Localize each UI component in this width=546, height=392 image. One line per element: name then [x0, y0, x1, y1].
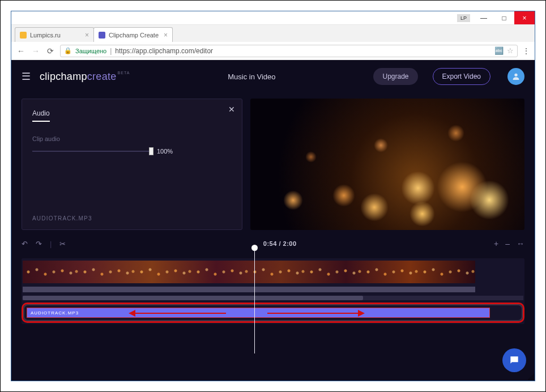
lock-icon: 🔒: [64, 47, 72, 54]
tab-label: Clipchamp Create: [109, 32, 159, 39]
svg-point-0: [514, 74, 517, 76]
menu-hamburger-icon[interactable]: ☰: [22, 70, 31, 83]
playhead-line: [254, 250, 255, 353]
resize-arrow-left-icon: [129, 310, 226, 317]
cut-button[interactable]: ✂: [59, 240, 66, 248]
zoom-out-button[interactable]: –: [505, 239, 510, 248]
window-maximize-button[interactable]: □: [494, 11, 514, 24]
volume-value: 100%: [157, 148, 173, 155]
tab-close-icon[interactable]: ×: [85, 31, 89, 39]
window-minimize-button[interactable]: —: [474, 11, 494, 24]
logo-word2: create: [87, 71, 117, 82]
tab-lumpics[interactable]: Lumpics.ru ×: [15, 27, 94, 42]
url-path: /editor: [194, 47, 213, 55]
zoom-fit-button[interactable]: ↔: [517, 239, 524, 248]
translate-icon[interactable]: 🔤: [494, 46, 504, 55]
timeline-toolbar: ↶ ↷ | ✂ 0:54 / 2:00 + – ↔: [11, 233, 535, 254]
video-preview[interactable]: [250, 99, 524, 230]
lp-badge: LP: [457, 14, 470, 22]
window-titlebar: LP — □ ×: [11, 11, 535, 25]
video-track-clip[interactable]: [23, 261, 475, 283]
undo-button[interactable]: ↶: [22, 240, 28, 248]
upgrade-button[interactable]: Upgrade: [373, 68, 417, 85]
nav-forward-button[interactable]: →: [31, 46, 41, 56]
app-header: ☰ clipchampcreateBETA Music in Video Upg…: [11, 60, 535, 93]
user-icon: [511, 72, 521, 81]
volume-slider[interactable]: [32, 151, 151, 152]
timeline-tracks[interactable]: AUDIOTRACK.MP3: [22, 258, 524, 324]
properties-panel: ✕ Audio Clip audio 100% AUDIOTRACK.MP3: [22, 99, 242, 230]
intercom-chat-button[interactable]: [502, 348, 526, 372]
resize-grip-icon: [527, 373, 534, 380]
bookmark-star-icon[interactable]: ☆: [507, 46, 514, 55]
add-track-button[interactable]: +: [494, 239, 498, 248]
panel-filename: AUDIOTRACK.MP3: [32, 215, 232, 221]
volume-slider-thumb[interactable]: [149, 147, 153, 155]
tab-clipchamp[interactable]: Clipchamp Create ×: [93, 27, 173, 42]
panel-tab-audio[interactable]: Audio: [32, 109, 50, 122]
resize-arrow-right-icon: [267, 310, 365, 317]
timeline-scrollbar[interactable]: [23, 296, 523, 300]
volume-slider-row: 100%: [32, 148, 232, 155]
favicon-icon: [99, 32, 105, 39]
audio-track-highlight: AUDIOTRACK.MP3: [22, 302, 524, 323]
export-video-button[interactable]: Export Video: [433, 68, 491, 85]
logo-beta: BETA: [118, 71, 130, 75]
chat-icon: [509, 355, 520, 366]
window-close-button[interactable]: ×: [514, 11, 535, 24]
favicon-icon: [20, 32, 27, 39]
user-avatar[interactable]: [507, 68, 524, 85]
address-bar-row: ← → ⟳ 🔒 Защищено | https://app.clipchamp…: [11, 42, 535, 60]
redo-button[interactable]: ↷: [36, 240, 42, 248]
url-host: app.clipchamp.com: [135, 47, 194, 55]
clip-audio-label: Clip audio: [32, 135, 232, 142]
nav-back-button[interactable]: ←: [16, 46, 26, 56]
url-scheme: https://: [115, 47, 135, 55]
audio-clip-label: AUDIOTRACK.MP3: [31, 310, 79, 316]
timeline-area: AUDIOTRACK.MP3: [11, 254, 535, 335]
tab-label: Lumpics.ru: [30, 32, 61, 39]
browser-menu-icon[interactable]: ⋮: [522, 46, 530, 56]
timeline-scrollbar-thumb[interactable]: [23, 296, 363, 300]
empty-track[interactable]: [23, 287, 475, 292]
time-display: 0:54 / 2:00: [66, 240, 494, 247]
tab-close-icon[interactable]: ×: [164, 31, 168, 39]
address-input[interactable]: 🔒 Защищено | https://app.clipchamp.com/e…: [60, 45, 518, 57]
panel-close-icon[interactable]: ✕: [228, 105, 235, 114]
nav-reload-button[interactable]: ⟳: [45, 46, 56, 56]
logo-word1: clipchamp: [40, 71, 87, 82]
secure-label: Защищено: [75, 48, 106, 54]
project-title[interactable]: Music in Video: [139, 73, 364, 81]
editor-row: ✕ Audio Clip audio 100% AUDIOTRACK.MP3: [11, 93, 535, 233]
logo: clipchampcreateBETA: [40, 71, 130, 83]
clipchamp-app: ☰ clipchampcreateBETA Music in Video Upg…: [11, 60, 535, 381]
browser-tabs: Lumpics.ru × Clipchamp Create ×: [11, 25, 535, 42]
audio-track-clip[interactable]: AUDIOTRACK.MP3: [27, 308, 490, 318]
